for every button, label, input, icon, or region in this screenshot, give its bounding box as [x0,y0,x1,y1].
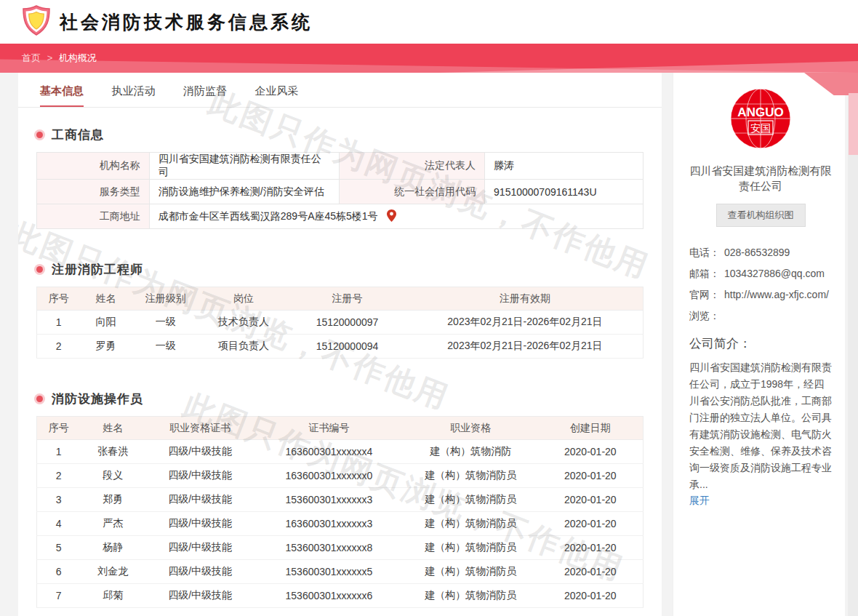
views-label: 浏览： [689,308,724,324]
breadcrumb-home-link[interactable]: 首页 [22,52,41,63]
tab-basic-info[interactable]: 基本信息 [40,84,84,107]
top-bar: 社会消防技术服务信息系统 [0,0,858,44]
svg-text:ANGUO: ANGUO [737,105,783,119]
table-row: 2 罗勇 一级 项目负责人 15120000094 2023年02月21日-20… [37,335,644,359]
section-title-business-info: 工商信息 [36,127,662,143]
table-header-row: 序号 姓名 职业资格证书 证书编号 职业资格 创建日期 [37,417,644,440]
credit-code-value: 91510000709161143U [485,180,644,204]
table-row: 3 郑勇 四级/中级技能 153600301xxxxxx3 建（构）筑物消防员 … [37,488,644,512]
address-label: 工商地址 [37,204,150,229]
app-shield-logo-icon [22,4,51,39]
table-row: 1 张春洪 四级/中级技能 163600301xxxxxx4 建（构）筑物消防 … [37,440,644,464]
table-row: 工商地址 成都市金牛区羊西线蜀汉路289号A座45栋5楼1号 [37,204,644,229]
email-label: 邮箱： [689,265,724,281]
table-row: 2 段义 四级/中级技能 163600301xxxxxx0 建（构）筑物消防员 … [37,464,644,488]
table-row: 6 刘金龙 四级/中级技能 153600301xxxxxx5 建（构）筑物消防员… [37,560,644,584]
section-bullet-icon [36,266,43,273]
contact-info: 电话： 028-86532899 邮箱： 1034327886@qq.com 官… [689,244,832,324]
table-row: 4 严杰 四级/中级技能 163600301xxxxxx3 建（构）筑物消防员 … [37,512,644,536]
breadcrumb-banner: 首页 > 机构概况 [0,44,858,73]
svg-text:安国: 安国 [750,122,771,134]
address-value: 成都市金牛区羊西线蜀汉路289号A座45栋5楼1号 [159,210,378,222]
table-row: 1 向阳 一级 技术负责人 15120000097 2023年02月21日-20… [37,311,644,335]
service-type-label: 服务类型 [37,180,150,204]
expand-link[interactable]: 展开 [689,495,710,508]
tab-practice-activity[interactable]: 执业活动 [111,84,155,105]
legal-rep-label: 法定代表人 [340,153,485,180]
operators-table: 序号 姓名 职业资格证书 证书编号 职业资格 创建日期 1 张春洪 四级/中级技… [36,416,644,608]
tab-company-gallery[interactable]: 企业风采 [254,84,298,105]
sidebar-company-name: 四川省安国建筑消防检测有限责任公司 [689,163,832,193]
phone-label: 电话： [689,244,724,260]
legal-rep-value: 滕涛 [485,153,644,180]
table-row: 5 杨静 四级/中级技能 153600301xxxxxx8 建（构）筑物消防员 … [37,536,644,560]
breadcrumb-separator: > [47,52,53,63]
website-label: 官网： [689,287,724,303]
section-bullet-icon [36,396,43,402]
app-title: 社会消防技术服务信息系统 [60,10,313,34]
credit-code-label: 统一社会信用代码 [340,180,485,204]
section-title-engineers: 注册消防工程师 [36,261,662,278]
view-org-chart-button[interactable]: 查看机构组织图 [716,204,806,227]
tab-bar: 基本信息 执业活动 消防监督 企业风采 [18,73,662,108]
org-name-value: 四川省安国建筑消防检测有限责任公司 [149,153,340,180]
company-sidebar: ANGUO 安国 四川省安国建筑消防检测有限责任公司 查看机构组织图 电话： 0… [673,73,845,616]
content-area: 基本信息 执业活动 消防监督 企业风采 工商信息 机构名称 四川省安国建筑消防检… [0,73,858,616]
section-title-operators: 消防设施操作员 [36,391,662,407]
banner-corner-strip-decoration [849,93,858,155]
table-row: 服务类型 消防设施维护保养检测/消防安全评估 统一社会信用代码 91510000… [37,180,644,204]
table-row: 机构名称 四川省安国建筑消防检测有限责任公司 法定代表人 滕涛 [37,153,644,180]
breadcrumb: 首页 > 机构概况 [0,44,858,73]
anguo-globe-logo-icon: ANGUO 安国 [729,87,792,150]
email-value: 1034327886@qq.com [724,265,832,281]
address-value-cell: 成都市金牛区羊西线蜀汉路289号A座45栋5楼1号 [149,204,643,229]
org-name-label: 机构名称 [37,153,150,180]
section-bullet-icon [36,132,43,138]
phone-value: 028-86532899 [724,244,832,260]
company-profile-title: 公司简介： [689,335,832,352]
table-header-row: 序号 姓名 注册级别 岗位 注册号 注册有效期 [37,287,644,311]
table-row: 7 邱菊 四级/中级技能 153600301xxxxxx6 建（构）筑物消防员 … [37,584,644,608]
company-logo: ANGUO 安国 [689,87,832,153]
engineers-table: 序号 姓名 注册级别 岗位 注册号 注册有效期 1 向阳 一级 技术负责人 15… [36,287,644,359]
business-info-table: 机构名称 四川省安国建筑消防检测有限责任公司 法定代表人 滕涛 服务类型 消防设… [36,152,644,229]
map-pin-icon[interactable] [387,209,396,222]
service-type-value: 消防设施维护保养检测/消防安全评估 [149,180,340,204]
company-profile-text: 四川省安国建筑消防检测有限责任公司，成立于1998年，经四川省公安消防总队批准，… [689,359,832,493]
breadcrumb-current: 机构概况 [59,52,97,63]
main-panel: 基本信息 执业活动 消防监督 企业风采 工商信息 机构名称 四川省安国建筑消防检… [18,73,662,616]
views-value [724,308,832,324]
tab-fire-supervision[interactable]: 消防监督 [183,84,227,105]
website-value: http://www.ag-xfjc.com/ [724,287,832,303]
